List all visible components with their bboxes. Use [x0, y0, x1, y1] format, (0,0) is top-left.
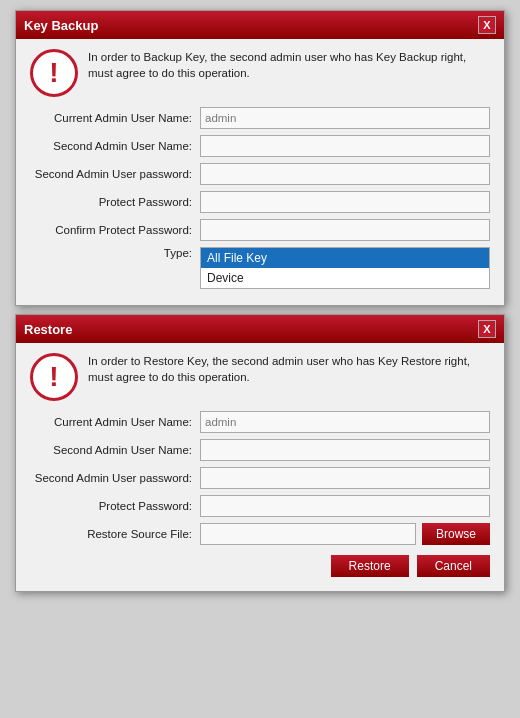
- backup-title: Key Backup: [24, 18, 98, 33]
- backup-warning-icon: [30, 49, 78, 97]
- backup-second-admin-label: Second Admin User Name:: [30, 140, 200, 152]
- restore-current-admin-label: Current Admin User Name:: [30, 416, 200, 428]
- backup-current-admin-row: Current Admin User Name:: [30, 107, 490, 129]
- restore-second-admin-password-input[interactable]: [200, 467, 490, 489]
- restore-warning-icon: [30, 353, 78, 401]
- restore-second-admin-label: Second Admin User Name:: [30, 444, 200, 456]
- backup-warning-text: In order to Backup Key, the second admin…: [88, 49, 490, 81]
- backup-second-admin-input[interactable]: [200, 135, 490, 157]
- backup-second-admin-password-label: Second Admin User password:: [30, 168, 200, 180]
- restore-current-admin-row: Current Admin User Name:: [30, 411, 490, 433]
- restore-protect-password-label: Protect Password:: [30, 500, 200, 512]
- backup-close-button[interactable]: X: [478, 16, 496, 34]
- backup-confirm-protect-label: Confirm Protect Password:: [30, 224, 200, 236]
- restore-second-admin-input[interactable]: [200, 439, 490, 461]
- restore-warning-text: In order to Restore Key, the second admi…: [88, 353, 490, 385]
- backup-protect-password-label: Protect Password:: [30, 196, 200, 208]
- backup-second-admin-row: Second Admin User Name:: [30, 135, 490, 157]
- restore-second-admin-password-label: Second Admin User password:: [30, 472, 200, 484]
- restore-source-label: Restore Source File:: [30, 528, 200, 540]
- backup-protect-password-input[interactable]: [200, 191, 490, 213]
- restore-body: In order to Restore Key, the second admi…: [16, 343, 504, 591]
- restore-protect-password-row: Protect Password:: [30, 495, 490, 517]
- backup-second-admin-password-input[interactable]: [200, 163, 490, 185]
- backup-type-label: Type:: [30, 247, 200, 259]
- key-backup-dialog: Key Backup X In order to Backup Key, the…: [15, 10, 505, 306]
- restore-source-row: Restore Source File: Browse: [30, 523, 490, 545]
- restore-source-input[interactable]: [200, 523, 416, 545]
- restore-title: Restore: [24, 322, 72, 337]
- restore-titlebar: Restore X: [16, 315, 504, 343]
- restore-footer-buttons: Restore Cancel: [30, 555, 490, 577]
- backup-titlebar: Key Backup X: [16, 11, 504, 39]
- backup-type-dropdown[interactable]: All File Key Device: [200, 247, 490, 289]
- backup-type-option-all-file-key[interactable]: All File Key: [201, 248, 489, 268]
- backup-body: In order to Backup Key, the second admin…: [16, 39, 504, 305]
- backup-second-admin-password-row: Second Admin User password:: [30, 163, 490, 185]
- backup-type-row: Type: All File Key Device: [30, 247, 490, 289]
- restore-current-admin-input[interactable]: [200, 411, 490, 433]
- backup-current-admin-label: Current Admin User Name:: [30, 112, 200, 124]
- restore-close-button[interactable]: X: [478, 320, 496, 338]
- restore-second-admin-password-row: Second Admin User password:: [30, 467, 490, 489]
- restore-dialog: Restore X In order to Restore Key, the s…: [15, 314, 505, 592]
- backup-confirm-protect-row: Confirm Protect Password:: [30, 219, 490, 241]
- backup-confirm-protect-input[interactable]: [200, 219, 490, 241]
- restore-second-admin-row: Second Admin User Name:: [30, 439, 490, 461]
- restore-protect-password-input[interactable]: [200, 495, 490, 517]
- backup-type-option-device[interactable]: Device: [201, 268, 489, 288]
- restore-button[interactable]: Restore: [331, 555, 409, 577]
- backup-warning-row: In order to Backup Key, the second admin…: [30, 49, 490, 97]
- restore-warning-row: In order to Restore Key, the second admi…: [30, 353, 490, 401]
- cancel-button[interactable]: Cancel: [417, 555, 490, 577]
- backup-protect-password-row: Protect Password:: [30, 191, 490, 213]
- browse-button[interactable]: Browse: [422, 523, 490, 545]
- backup-current-admin-input[interactable]: [200, 107, 490, 129]
